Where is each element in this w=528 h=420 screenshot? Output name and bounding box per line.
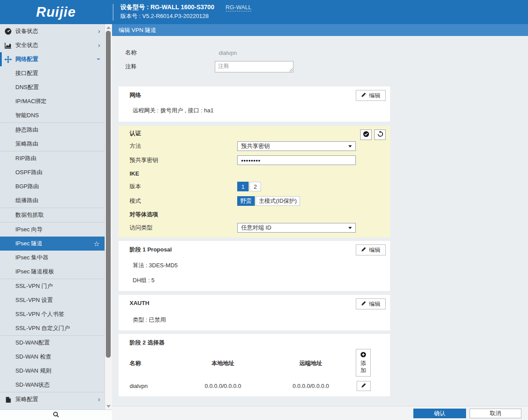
sidebar-item-ipsec-concentrator[interactable]: IPsec 集中器 — [0, 251, 105, 265]
sidebar-item-multicast-route[interactable]: 组播路由 — [0, 194, 105, 208]
phase2-section-title: 阶段 2 选择器 — [130, 339, 164, 347]
phase1-section-title: 阶段 1 Proposal — [130, 246, 172, 254]
mode-label: 模式 — [130, 197, 237, 205]
name-label: 名称 — [125, 49, 215, 57]
version-label: 版本 — [130, 183, 237, 190]
gauge-icon — [4, 28, 12, 35]
phase1-section: 阶段 1 Proposal 编辑 算法 : 3DES-MD5 DH组 : 5 — [119, 241, 390, 291]
header-divider — [113, 4, 113, 21]
comment-label: 注释 — [125, 63, 215, 71]
sidebar-item-sslvpn-settings[interactable]: SSL-VPN 设置 — [0, 293, 105, 307]
sidebar-item-rip-route[interactable]: RIP路由 — [0, 151, 105, 165]
sidebar-item-sdwan-status[interactable]: SD-WAN状态 — [0, 378, 105, 392]
mode-aggressive-button[interactable]: 野蛮 — [237, 196, 255, 206]
sidebar-item-sdwan-check[interactable]: SD-WAN 检查 — [0, 350, 105, 364]
chevron-down-icon — [348, 145, 352, 147]
sidebar-item-dns-config[interactable]: DNS配置 — [0, 80, 105, 94]
confirm-button[interactable]: 确认 — [413, 409, 466, 418]
sidebar-item-ipsec-wizard[interactable]: IPsec 向导 — [0, 223, 105, 237]
area-chart-icon — [4, 42, 12, 49]
phase2-row-remote: 0.0.0.0/0.0.0.0 — [270, 383, 351, 389]
device-info: 设备型号 : RG-WALL 1600-S3700 RG-WALL 版本号 : … — [120, 2, 251, 21]
sidebar-item-ospf-route[interactable]: OSPF路由 — [0, 165, 105, 179]
access-type-row: 访问类型 任意对端 ID — [119, 221, 390, 235]
method-select[interactable]: 预共享密钥 — [237, 141, 356, 151]
favorite-star-icon[interactable]: ☆ — [94, 240, 100, 248]
sidebar-item-ipsec-tunnel[interactable]: IPsec 隧道 ☆ — [0, 237, 105, 251]
sidebar-item-label: 设备状态 — [15, 27, 38, 35]
sidebar-item-sslvpn-custom-portal[interactable]: SSL-VPN 自定义门户 — [0, 321, 105, 335]
phase2-header-name: 名称 — [130, 359, 141, 367]
sidebar-item-device-status[interactable]: 设备状态 › — [0, 24, 105, 38]
xauth-edit-button[interactable]: 编辑 — [356, 298, 386, 309]
sidebar-item-interface-config[interactable]: 接口配置 — [0, 66, 105, 80]
edit-vpn-form: 名称 dialvpn 注释 网络 编辑 远程网关 : 拨号用户 , 接口 : h… — [112, 36, 528, 396]
psk-row: 预共享密钥 — [119, 153, 390, 167]
sidebar-item-policy-route[interactable]: 策略路由 — [0, 137, 105, 151]
chevron-right-icon: › — [98, 396, 100, 402]
xauth-section-title: XAUTH — [130, 300, 149, 306]
mode-main-button[interactable]: 主模式(ID保护) — [256, 196, 300, 206]
undo-icon — [377, 131, 383, 139]
xauth-section: XAUTH 编辑 类型 : 已禁用 — [119, 295, 390, 330]
pencil-icon — [361, 383, 366, 389]
access-type-label: 访问类型 — [130, 224, 237, 232]
apply-section-button[interactable] — [360, 129, 372, 140]
access-type-select[interactable]: 任意对端 ID — [237, 223, 356, 233]
page-title: 编辑 VPN 隧道 — [112, 24, 528, 36]
footer-action-bar: 确认 取消 — [112, 406, 528, 420]
sidebar-item-label: 网络配置 — [15, 55, 38, 63]
sidebar-item-smart-dns[interactable]: 智能DNS — [0, 108, 105, 122]
chevron-right-icon: › — [98, 28, 100, 34]
sidebar-item-static-route[interactable]: 静态路由 — [0, 123, 105, 137]
sidebar-item-sslvpn-portal[interactable]: SSL-VPN 门户 — [0, 279, 105, 293]
method-row: 方法 预共享密钥 — [119, 139, 390, 153]
sidebar-item-network-config[interactable]: 网络配置 › — [0, 52, 105, 66]
network-edit-button[interactable]: 编辑 — [356, 90, 386, 101]
sidebar-item-ipsec-tunnel-template[interactable]: IPsec 隧道模板 — [0, 265, 105, 279]
phase1-dh-group: DH组 : 5 — [133, 276, 155, 284]
device-model-label: 设备型号 : — [120, 4, 149, 11]
comment-row: 注释 — [112, 60, 528, 74]
psk-input[interactable] — [237, 155, 356, 165]
ike-version-1-button[interactable]: 1 — [237, 182, 249, 191]
phase2-section: 阶段 2 选择器 名称 本地地址 远端地址 添加 dialvpn 0.0.0.0… — [119, 334, 390, 396]
ike-mode-toggle: 野蛮 主模式(ID保护) — [237, 196, 300, 206]
xauth-type: 类型 : 已禁用 — [133, 316, 166, 324]
phase2-header-remote: 远端地址 — [270, 359, 351, 367]
sidebar-item-security-status[interactable]: 安全状态 › — [0, 38, 105, 52]
phase2-row-local: 0.0.0.0/0.0.0.0 — [182, 383, 264, 389]
network-section: 网络 编辑 远程网关 : 拨号用户 , 接口 : ha1 — [119, 86, 390, 122]
auth-section-title: 认证 — [119, 126, 390, 139]
sidebar-item-sslvpn-bookmarks[interactable]: SSL-VPN 个人书签 — [0, 307, 105, 321]
ike-version-2-button[interactable]: 2 — [250, 182, 261, 191]
sidebar-item-policy-config[interactable]: 策略配置 › — [0, 392, 105, 406]
plus-circle-icon — [360, 352, 366, 359]
sidebar: 设备状态 › 安全状态 › 网络配置 › 接口配置 DNS配置 IP/MAC绑定… — [0, 24, 112, 410]
phase1-edit-button[interactable]: 编辑 — [356, 244, 386, 255]
peer-options-heading: 对等体选项 — [119, 208, 390, 221]
app-header: Ruijie 设备型号 : RG-WALL 1600-S3700 RG-WALL… — [0, 0, 528, 24]
sidebar-item-packet-capture[interactable]: 数据包抓取 — [0, 208, 105, 222]
sidebar-item-ip-mac-binding[interactable]: IP/MAC绑定 — [0, 94, 105, 108]
cancel-button[interactable]: 取消 — [470, 409, 521, 418]
scrollbar-thumb[interactable] — [106, 31, 111, 358]
phase2-row-edit-button[interactable] — [357, 381, 371, 391]
sidebar-item-bgp-route[interactable]: BGP路由 — [0, 179, 105, 194]
sidebar-search-bar[interactable] — [0, 409, 112, 420]
move-arrows-icon — [4, 56, 12, 63]
sidebar-item-sdwan-config[interactable]: SD-WAN配置 — [0, 336, 105, 350]
ike-mode-row: 模式 野蛮 主模式(ID保护) — [119, 194, 390, 208]
device-name-link[interactable]: RG-WALL — [226, 4, 252, 11]
scroll-down-arrow[interactable] — [106, 405, 111, 408]
sidebar-item-sdwan-rules[interactable]: SD-WAN 规则 — [0, 364, 105, 378]
sidebar-scrollbar[interactable] — [105, 24, 112, 410]
revert-section-button[interactable] — [374, 129, 386, 140]
sidebar-item-label: 安全状态 — [15, 41, 38, 49]
network-section-title: 网络 — [130, 91, 141, 99]
comment-input[interactable] — [215, 61, 293, 72]
name-row: 名称 dialvpn — [112, 46, 528, 60]
pencil-icon — [361, 92, 366, 99]
scroll-up-arrow[interactable] — [106, 26, 111, 29]
phase2-add-button[interactable]: 添加 — [356, 349, 371, 377]
